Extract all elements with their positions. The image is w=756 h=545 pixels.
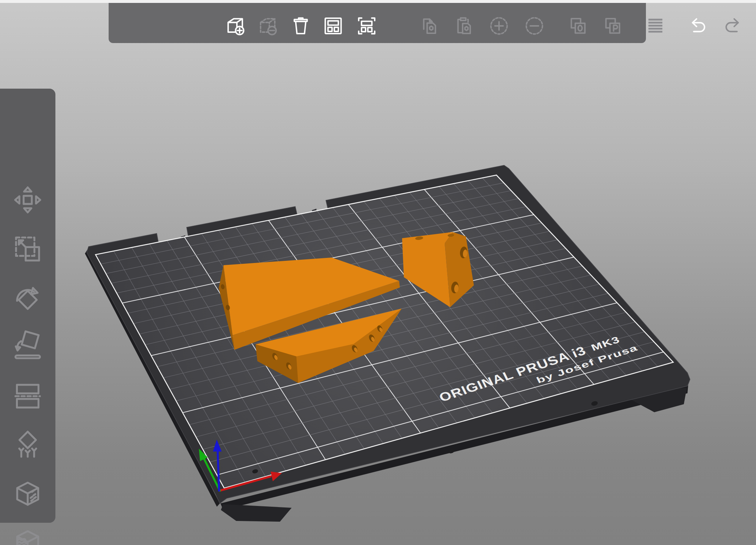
sla-supports-icon (10, 426, 45, 461)
cut-icon (10, 379, 45, 414)
seam-painting-button[interactable] (10, 476, 45, 511)
redo-icon (721, 15, 744, 37)
trash-icon (289, 15, 312, 37)
move-button[interactable] (10, 182, 45, 217)
sla-supports-button[interactable] (10, 426, 45, 461)
split-parts-button[interactable] (601, 15, 624, 37)
add-instance-icon (488, 15, 510, 37)
delete-object-icon (257, 15, 279, 37)
add-object-button[interactable] (224, 15, 247, 37)
copy-button[interactable] (418, 15, 441, 37)
place-on-face-icon (10, 328, 45, 363)
paste-button[interactable] (453, 15, 475, 37)
place-on-face-button[interactable] (10, 328, 45, 363)
layers-icon (644, 15, 667, 37)
rotate-button[interactable] (10, 281, 45, 316)
arrange-button[interactable] (322, 15, 344, 37)
redo-button[interactable] (721, 15, 744, 37)
fuzzy-skin-icon (10, 525, 45, 545)
window-top-strip (0, 0, 756, 3)
rotate-icon (10, 281, 45, 316)
viewport-3d-scene[interactable]: ORIGINAL PRUSA i3 MK3 by Josef Prusa (0, 0, 756, 545)
delete-all-button[interactable] (289, 15, 312, 37)
fuzzy-skin-button[interactable] (10, 525, 45, 545)
paste-icon (453, 15, 475, 37)
add-object-icon (224, 15, 247, 37)
arrange-selection-icon (355, 15, 378, 37)
print-bed: ORIGINAL PRUSA i3 MK3 by Josef Prusa (85, 165, 690, 522)
arrange-selection-button[interactable] (355, 15, 378, 37)
gizmo-sidebar (0, 89, 55, 523)
scale-icon (10, 232, 45, 267)
remove-instance-button[interactable] (523, 15, 546, 37)
main-toolbar (109, 3, 646, 43)
split-objects-icon (567, 15, 589, 37)
split-parts-icon (601, 15, 624, 37)
split-objects-button[interactable] (567, 15, 589, 37)
bed-foot-front (221, 504, 292, 522)
move-icon (10, 182, 45, 217)
slicer-3d-view: ORIGINAL PRUSA i3 MK3 by Josef Prusa (0, 0, 756, 545)
copy-icon (418, 15, 441, 37)
undo-icon (687, 15, 709, 37)
remove-instance-icon (523, 15, 546, 37)
scale-button[interactable] (10, 232, 45, 267)
delete-object-button[interactable] (257, 15, 279, 37)
undo-button[interactable] (687, 15, 709, 37)
cut-button[interactable] (10, 379, 45, 414)
add-instance-button[interactable] (488, 15, 510, 37)
seam-icon (10, 476, 45, 511)
arrange-icon (322, 15, 344, 37)
layer-height-button[interactable] (644, 15, 667, 37)
